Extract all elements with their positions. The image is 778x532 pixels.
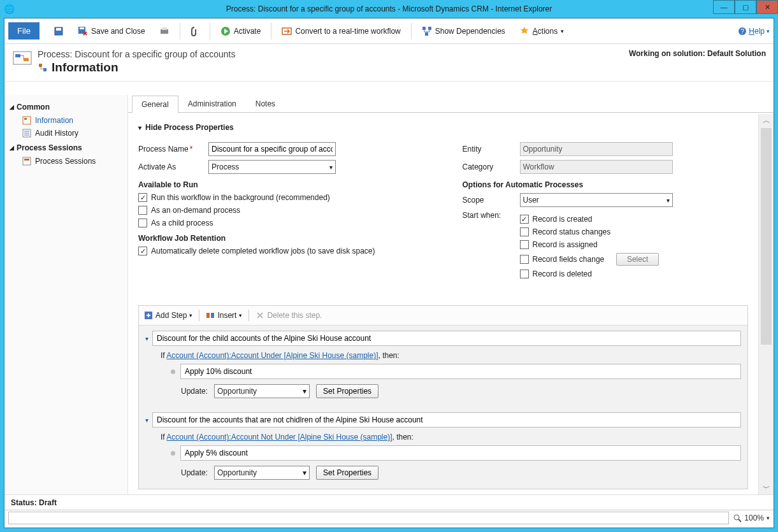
action-marker-icon [171, 451, 175, 456]
nav-section-sessions[interactable]: ◢Process Sessions [10, 143, 122, 152]
dependencies-button[interactable]: Show Dependencies [418, 24, 509, 39]
input-process-name[interactable] [208, 142, 336, 156]
checkbox-auto-delete[interactable]: Automatically delete completed workflow … [138, 247, 424, 255]
set-properties-button-1[interactable]: Set Properties [316, 384, 378, 398]
condition-2[interactable]: If Account (Account):Account Not Under [… [161, 433, 741, 442]
maximize-button[interactable]: ▢ [735, 0, 756, 14]
stage-name-input-1[interactable] [152, 331, 741, 346]
actions-menu[interactable]: Actions ▾ [515, 24, 568, 39]
nav-section-common[interactable]: ◢Common [10, 103, 122, 111]
select-fields-button[interactable]: Select [616, 253, 659, 266]
activate-label: Activate [234, 27, 261, 36]
checkbox-fields-change[interactable]: Record fields change Select [520, 253, 659, 266]
checkbox-record-created[interactable]: Record is created [520, 215, 659, 224]
update-label: Update: [181, 468, 208, 477]
scroll-thumb[interactable] [761, 128, 772, 345]
scroll-down-icon[interactable]: ﹀ [759, 482, 774, 494]
left-nav: ◢Common Information Audit History ◢Proce… [4, 95, 128, 494]
print-button[interactable] [155, 24, 173, 39]
stage-name-input-2[interactable] [152, 412, 741, 428]
action-marker-icon [171, 370, 175, 374]
stage-toggle-icon[interactable]: ▾ [145, 417, 148, 424]
update-label: Update: [181, 387, 208, 396]
save-and-close-button[interactable]: Save and Close [74, 24, 149, 39]
save-button[interactable] [50, 24, 68, 39]
delete-step-button[interactable]: Delete this step. [256, 311, 322, 320]
nav-item-information[interactable]: Information [10, 114, 122, 127]
help-icon: ? [738, 27, 747, 36]
zoom-control[interactable]: 100% ▾ [733, 514, 770, 522]
add-step-icon [144, 311, 153, 320]
svg-rect-10 [425, 32, 428, 36]
label-category: Category [463, 162, 520, 171]
svg-rect-3 [80, 27, 84, 29]
form-icon [22, 116, 31, 125]
process-icon [12, 49, 32, 69]
collapse-icon: ▾ [138, 124, 141, 131]
workflow-designer: Add Step▾ Insert▾ Delete this step. [138, 305, 748, 489]
tab-notes[interactable]: Notes [246, 95, 285, 112]
separator [180, 23, 180, 40]
checkbox-run-background[interactable]: Run this workflow in the background (rec… [138, 193, 424, 202]
select-scope[interactable]: User▾ [520, 193, 673, 207]
tab-general[interactable]: General [132, 96, 178, 113]
checkbox-icon [520, 255, 529, 264]
close-button[interactable]: ✕ [756, 0, 778, 14]
dependencies-label: Show Dependencies [435, 27, 505, 36]
stage-toggle-icon[interactable]: ▾ [145, 335, 148, 342]
save-close-label: Save and Close [91, 27, 145, 36]
convert-button[interactable]: Convert to a real-time workflow [278, 24, 404, 39]
checkbox-icon [520, 227, 529, 236]
svg-rect-27 [206, 313, 210, 318]
sessions-icon [22, 157, 31, 166]
window-title: Process: Discount for a specific group o… [0, 4, 778, 13]
label-process-name: Process Name* [138, 145, 208, 154]
main-content: General Administration Notes ︿ ﹀ ▾ Hide … [128, 95, 774, 494]
scroll-up-icon[interactable]: ︿ [759, 114, 774, 127]
checkbox-icon [138, 219, 147, 227]
svg-rect-14 [15, 54, 20, 57]
save-close-icon [78, 26, 88, 36]
svg-rect-19 [24, 118, 27, 120]
checkbox-child-process[interactable]: As a child process [138, 219, 424, 227]
checkbox-icon [520, 270, 529, 278]
checkbox-icon [138, 193, 147, 202]
help-link[interactable]: ? Help ▾ [738, 27, 770, 36]
select-activate-as[interactable]: Process▾ [208, 160, 336, 174]
insert-button[interactable]: Insert▾ [206, 311, 242, 320]
tab-administration[interactable]: Administration [178, 95, 246, 112]
ribbon-toolbar: File Save and Close Activate Convert to … [4, 18, 774, 44]
add-step-button[interactable]: Add Step▾ [144, 311, 192, 320]
insert-icon [206, 311, 215, 320]
checkbox-record-assigned[interactable]: Record is assigned [520, 240, 659, 249]
condition-link-2[interactable]: Account (Account):Account Not Under [Alp… [166, 433, 392, 442]
list-icon [22, 129, 31, 138]
checkbox-record-deleted[interactable]: Record is deleted [520, 270, 659, 278]
update-select-1[interactable]: Opportunity▾ [214, 384, 310, 398]
section-toggle[interactable]: ▾ Hide Process Properties [138, 123, 748, 132]
separator [271, 23, 271, 40]
file-tab[interactable]: File [8, 22, 40, 40]
scrollbar[interactable]: ︿ ﹀ [758, 114, 774, 494]
checkbox-icon [138, 247, 147, 255]
svg-rect-15 [24, 58, 29, 61]
delete-icon [256, 311, 264, 320]
attach-button[interactable] [187, 24, 203, 39]
svg-rect-28 [211, 313, 214, 318]
set-properties-button-2[interactable]: Set Properties [316, 466, 378, 480]
nav-item-audit-history[interactable]: Audit History [10, 127, 122, 140]
activate-button[interactable]: Activate [217, 24, 265, 39]
action-name-input-2[interactable] [180, 445, 741, 461]
action-name-input-1[interactable] [180, 364, 741, 379]
minimize-button[interactable]: — [713, 0, 735, 14]
condition-link-1[interactable]: Account (Account):Account Under [Alpine … [166, 351, 378, 360]
condition-1[interactable]: If Account (Account):Account Under [Alpi… [161, 351, 741, 360]
update-select-2[interactable]: Opportunity▾ [214, 466, 310, 480]
nav-item-process-sessions[interactable]: Process Sessions [10, 155, 122, 168]
available-to-run-label: Available to Run [138, 180, 424, 189]
label-entity: Entity [463, 145, 520, 154]
checkbox-status-changes[interactable]: Record status changes [520, 227, 659, 236]
address-bar[interactable] [8, 512, 729, 524]
checkbox-on-demand[interactable]: As an on-demand process [138, 206, 424, 215]
svg-rect-4 [161, 29, 168, 34]
